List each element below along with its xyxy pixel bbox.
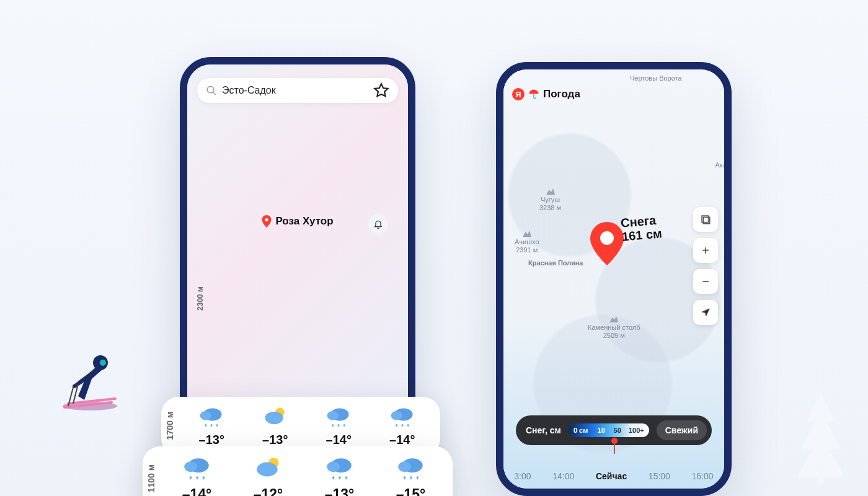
legend-gradient: 0 см 10 50 100+: [569, 423, 649, 437]
legend-stop: 100+: [629, 427, 644, 434]
layers-icon: [700, 214, 711, 225]
alt-label: 2300 м: [196, 286, 208, 311]
timeline-tick[interactable]: 15:00: [649, 471, 670, 481]
snow-icon: [396, 454, 427, 485]
yandex-logo-icon: Я: [512, 88, 525, 100]
alt-label: 1700 м: [165, 412, 180, 440]
wx-cell: –15°: [375, 454, 446, 496]
wx-cell: –12°: [232, 454, 304, 496]
map-label-kamenny-stolb: Каменный столб 2509 м: [588, 316, 640, 340]
snow-icon: [325, 404, 352, 432]
wx-cell: –14°: [161, 454, 232, 496]
sun-cloud-icon: [262, 404, 289, 432]
wx-cell: –14°: [307, 404, 371, 447]
map-label-achishkho: Ачишхо 2391 м: [515, 231, 539, 254]
legend-stop: 0 см: [574, 427, 588, 434]
phone-map: Я Погода Чёртовы Ворота Ака Чугуш 3238 м…: [496, 62, 732, 496]
legend-stop: 10: [598, 427, 605, 434]
tree-illustration: [784, 386, 858, 485]
map-controls: + −: [693, 207, 718, 325]
altitude-row-1100: 1100 м –14° –12° –13° –15°: [143, 446, 453, 496]
snow-icon: [198, 404, 225, 432]
peak-name: Чугуш: [539, 196, 561, 204]
map-pin-icon[interactable]: [590, 222, 624, 265]
peak-icon: [546, 188, 555, 195]
umbrella-icon: [528, 89, 539, 100]
peak-name: Каменный столб: [588, 324, 640, 332]
map-label-chertovy-vorota: Чёртовы Ворота: [630, 74, 682, 82]
peak-icon: [523, 231, 531, 237]
timeline[interactable]: 3:00 14:00 Сейчас 15:00 16:00: [503, 471, 724, 481]
svg-point-9: [265, 218, 268, 221]
svg-point-5: [100, 360, 106, 366]
svg-point-10: [600, 231, 614, 245]
location-arrow-icon: [700, 307, 711, 318]
map-zoom-in-button[interactable]: +: [693, 238, 718, 263]
pin-icon: [262, 215, 272, 228]
timeline-tick[interactable]: 16:00: [692, 471, 714, 481]
snow-icon: [324, 454, 355, 485]
timeline-tick-now[interactable]: Сейчас: [596, 471, 627, 481]
notification-bell-button[interactable]: [368, 214, 388, 234]
wx-cell: –13°: [180, 404, 244, 447]
search-bar[interactable]: Эсто-Садок: [197, 78, 398, 103]
timeline-now-marker: [614, 443, 615, 454]
sun-cloud-icon: [253, 454, 284, 485]
search-text: Эсто-Садок: [222, 85, 373, 96]
svg-rect-0: [818, 475, 823, 485]
legend-stop: 50: [614, 427, 621, 434]
brand-logo: Я Погода: [512, 88, 580, 100]
map-label-chugush: Чугуш 3238 м: [539, 188, 561, 212]
peak-icon: [609, 316, 618, 322]
search-icon: [206, 85, 217, 96]
snow-icon: [182, 454, 213, 485]
peak-name: Ачишхо: [515, 238, 539, 246]
snow-icon: [389, 404, 416, 432]
map-layers-button[interactable]: [693, 207, 718, 232]
timeline-tick[interactable]: 14:00: [552, 471, 574, 481]
bell-icon: [373, 219, 383, 229]
snow-depth-label: Снега 161 см: [620, 213, 662, 243]
fresh-snow-button[interactable]: Свежий: [657, 420, 707, 440]
alt-label: 1100 м: [146, 464, 161, 492]
svg-point-8: [207, 86, 214, 93]
peak-alt: 2509 м: [588, 332, 640, 340]
map-label-aka: Ака: [715, 161, 727, 169]
peak-alt: 2391 м: [515, 246, 539, 254]
wx-cell: –13°: [244, 404, 308, 447]
legend-label: Снег, см: [526, 425, 561, 435]
minus-icon: −: [702, 275, 709, 289]
map-zoom-out-button[interactable]: −: [693, 269, 718, 294]
wx-cell: –14°: [371, 404, 435, 447]
skier-illustration: [56, 344, 124, 412]
map-label-krasnaya-polyana: Красная Поляна: [528, 259, 583, 267]
wx-cell: –13°: [304, 454, 375, 496]
map-locate-button[interactable]: [693, 300, 718, 325]
resort-name: Роза Хутор: [275, 215, 333, 228]
timeline-tick[interactable]: 3:00: [514, 471, 531, 481]
peak-alt: 3238 м: [539, 204, 561, 212]
brand-name: Погода: [543, 88, 580, 100]
favorite-star-icon[interactable]: [373, 82, 389, 99]
plus-icon: +: [702, 244, 709, 258]
